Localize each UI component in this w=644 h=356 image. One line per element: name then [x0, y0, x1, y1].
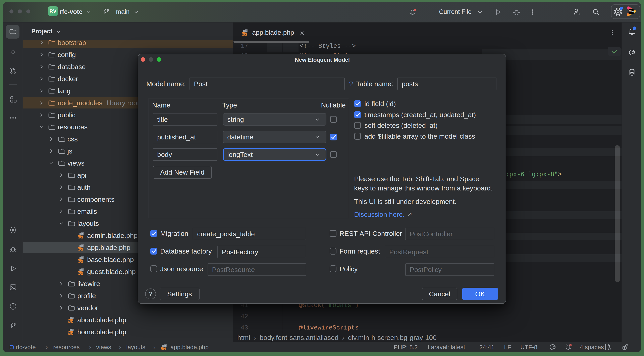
svg-text:BRAINS: BRAINS	[629, 11, 635, 13]
